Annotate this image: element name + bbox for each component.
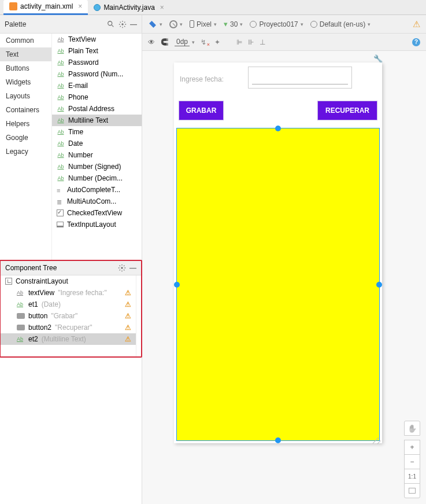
orientation-icon[interactable]: ▾ — [169, 20, 183, 28]
search-icon[interactable] — [107, 20, 115, 28]
preview-btn-recuperar[interactable]: RECUPERAR — [317, 101, 377, 120]
palette-cat-common[interactable]: Common — [0, 34, 51, 47]
palette-item-multiauto[interactable]: MultiAutoCom... — [52, 196, 142, 207]
component-tree-body: ConstraintLayout Ab textView "Ingrese fe… — [1, 275, 136, 356]
palette-title: Palette — [5, 20, 26, 28]
palette-items: AbTextView AbPlain Text AbPassword AbPas… — [52, 34, 142, 260]
default-margin[interactable]: 0dp▾ — [175, 38, 195, 46]
selection-handle-top[interactable] — [275, 126, 281, 131]
infer-constraints-icon[interactable] — [214, 38, 220, 46]
preview-multiline-selected[interactable] — [176, 128, 380, 441]
gear-icon[interactable] — [118, 264, 126, 272]
palette-item-postal[interactable]: AbPostal Address — [52, 103, 142, 115]
zoom-reset-button[interactable] — [404, 483, 420, 498]
tab-label: MainActivity.java — [103, 3, 154, 12]
palette-item-date[interactable]: AbDate — [52, 138, 142, 149]
locale-selector[interactable]: Default (en-us)▾ — [310, 20, 371, 28]
tree-item-et2[interactable]: Ab et2 (Multiline Text) ⚠ — [1, 333, 136, 345]
palette-cat-buttons[interactable]: Buttons — [0, 61, 51, 75]
palette-item-textinputlayout[interactable]: TextInputLayout — [52, 219, 142, 230]
guidelines-icon[interactable] — [260, 38, 265, 46]
tree-item-button[interactable]: button "Grabar" ⚠ — [1, 310, 136, 322]
palette-cat-widgets[interactable]: Widgets — [0, 75, 51, 89]
clear-constraints-icon[interactable] — [201, 38, 209, 46]
svg-point-2 — [121, 23, 124, 25]
preview-date-input[interactable] — [248, 67, 352, 89]
resize-handle[interactable] — [369, 431, 381, 442]
component-tree-highlight: Component Tree — ConstraintLayout Ab tex… — [0, 260, 142, 358]
tree-root[interactable]: ConstraintLayout — [1, 275, 136, 287]
zoom-controls: + − 1:1 — [404, 421, 420, 498]
constraint-layout-icon — [5, 278, 12, 285]
tab-main-activity[interactable]: MainActivity.java × — [88, 0, 170, 15]
palette-item-email[interactable]: AbE-mail — [52, 80, 142, 91]
text-icon: Ab — [17, 336, 25, 342]
pan-button[interactable] — [404, 421, 420, 436]
palette-item-number-decim[interactable]: AbNumber (Decim... — [52, 172, 142, 184]
palette-item-password-num[interactable]: AbPassword (Num... — [52, 68, 142, 80]
palette-item-multiline[interactable]: AbMultiline Text — [52, 115, 142, 126]
palette-item-number-signed[interactable]: AbNumber (Signed) — [52, 161, 142, 172]
pack-icon[interactable] — [236, 38, 242, 46]
zoom-out-button[interactable]: − — [404, 454, 420, 469]
text-icon: Ab — [57, 141, 65, 146]
palette-categories: Common Text Buttons Widgets Layouts Cont… — [0, 34, 52, 260]
minimize-icon[interactable]: — — [129, 264, 136, 272]
zoom-fit-button[interactable]: 1:1 — [404, 469, 420, 484]
palette-item-password[interactable]: AbPassword — [52, 57, 142, 68]
warning-icon[interactable]: ⚠ — [125, 312, 131, 320]
palette-item-number[interactable]: AbNumber — [52, 149, 142, 161]
palette-item-autocomplete[interactable]: AutoCompleteT... — [52, 184, 142, 196]
device-frame[interactable]: Ingrese fecha: GRABAR RECUPERAR — [174, 62, 382, 443]
selection-handle-right[interactable] — [376, 282, 382, 288]
palette-cat-text[interactable]: Text — [0, 47, 51, 61]
palette-item-textview[interactable]: AbTextView — [52, 34, 142, 45]
palette-cat-google[interactable]: Google — [0, 131, 51, 145]
tree-item-et1[interactable]: Ab et1 (Date) ⚠ — [1, 299, 136, 310]
minimize-icon[interactable]: — — [130, 20, 137, 28]
design-toolbar: ▾ ▾ Pixel▾ ▾30▾ Proyecto017▾ Default (en… — [142, 15, 426, 34]
warning-icon[interactable]: ⚠ — [125, 323, 131, 332]
text-icon: Ab — [57, 175, 65, 181]
theme-selector[interactable]: Proyecto017▾ — [250, 20, 303, 28]
tab-activity-main[interactable]: activity_main.xml × — [3, 0, 88, 15]
palette-item-plaintext[interactable]: AbPlain Text — [52, 45, 142, 57]
design-toolbar-2: 0dp▾ ? — [142, 34, 426, 51]
design-surface-icon[interactable]: ▾ — [148, 20, 162, 29]
view-options-icon[interactable] — [148, 38, 155, 46]
selection-handle-left[interactable] — [174, 282, 180, 288]
warning-icon[interactable]: ⚠ — [125, 335, 131, 343]
palette-cat-layouts[interactable]: Layouts — [0, 89, 51, 103]
warning-icon[interactable]: ⚠ — [413, 19, 420, 30]
tree-item-button2[interactable]: button2 "Recuperar" ⚠ — [1, 322, 136, 333]
api-selector[interactable]: ▾30▾ — [224, 20, 243, 28]
palette-item-checkedtext[interactable]: CheckedTextView — [52, 207, 142, 219]
tree-item-textview[interactable]: Ab textView "Ingrese fecha:" ⚠ — [1, 287, 136, 299]
palette-item-phone[interactable]: AbPhone — [52, 91, 142, 103]
zoom-in-button[interactable]: + — [404, 440, 420, 455]
design-panel: ▾ ▾ Pixel▾ ▾30▾ Proyecto017▾ Default (en… — [142, 15, 426, 504]
gear-icon[interactable] — [118, 20, 127, 28]
close-icon[interactable]: × — [78, 2, 82, 10]
palette-cat-legacy[interactable]: Legacy — [0, 145, 51, 159]
device-selector[interactable]: Pixel▾ — [190, 20, 217, 28]
align-icon[interactable] — [248, 38, 254, 46]
svg-point-0 — [108, 21, 112, 25]
preview-btn-grabar[interactable]: GRABAR — [179, 101, 224, 120]
palette-item-time[interactable]: AbTime — [52, 126, 142, 138]
warning-icon[interactable]: ⚠ — [125, 300, 131, 308]
wrench-icon[interactable]: 🔧 — [373, 54, 419, 63]
text-icon: Ab — [57, 129, 65, 135]
warning-icon[interactable]: ⚠ — [125, 289, 131, 297]
autoconnect-icon[interactable] — [161, 38, 169, 46]
button-icon — [17, 313, 25, 319]
canvas[interactable]: 🔧 Ingrese fecha: GRABAR RECUPERAR + − — [142, 51, 426, 504]
palette-cat-helpers[interactable]: Helpers — [0, 117, 51, 131]
help-icon[interactable]: ? — [412, 38, 420, 46]
palette-cat-containers[interactable]: Containers — [0, 103, 51, 117]
text-icon: Ab — [17, 290, 25, 296]
close-icon[interactable]: × — [160, 3, 164, 12]
preview-label[interactable]: Ingrese fecha: — [180, 75, 224, 83]
svg-line-1 — [112, 24, 114, 27]
selection-handle-bottom[interactable] — [275, 437, 281, 443]
